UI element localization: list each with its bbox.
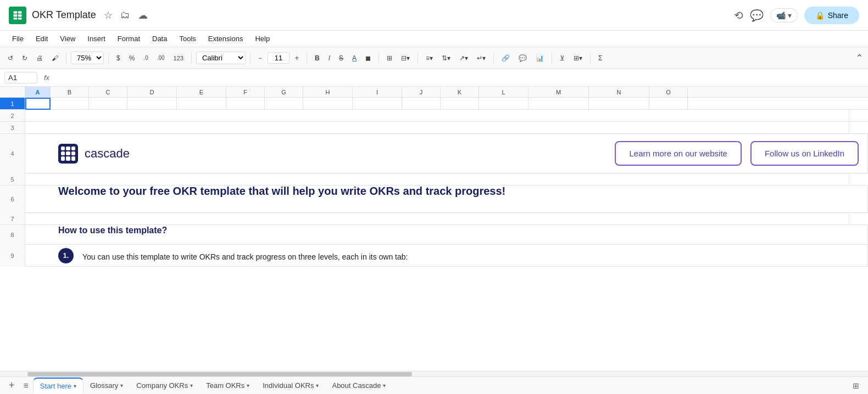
cell-a5[interactable] bbox=[25, 173, 849, 185]
cell-i1[interactable] bbox=[353, 98, 402, 110]
font-size-input[interactable] bbox=[268, 52, 290, 64]
text-rotate-button[interactable]: ↗▾ bbox=[456, 53, 471, 64]
star-icon[interactable]: ☆ bbox=[104, 9, 113, 21]
tab-company-okrs-arrow[interactable]: ▾ bbox=[190, 382, 193, 389]
cell-d1[interactable] bbox=[127, 98, 177, 110]
menu-extensions[interactable]: Extensions bbox=[203, 32, 249, 45]
cell-e1[interactable] bbox=[177, 98, 226, 110]
cell-o1[interactable] bbox=[649, 98, 688, 110]
filter-button[interactable]: ⊻ bbox=[557, 53, 568, 64]
cell-a1[interactable] bbox=[25, 98, 51, 110]
cell-b1[interactable] bbox=[51, 98, 89, 110]
cell-g1[interactable] bbox=[265, 98, 303, 110]
borders-button[interactable]: ⊞ bbox=[383, 53, 396, 64]
chart-button[interactable]: 📊 bbox=[532, 53, 547, 64]
tab-individual-okrs-label: Individual OKRs bbox=[263, 381, 314, 390]
inc-decimals-button[interactable]: .00 bbox=[154, 53, 168, 63]
col-header-a: A bbox=[25, 87, 51, 97]
cell-ref-input[interactable] bbox=[4, 72, 37, 83]
toolbar-collapse-button[interactable]: ⌃ bbox=[855, 52, 864, 64]
tab-glossary[interactable]: Glossary ▾ bbox=[84, 378, 130, 393]
cell-a2[interactable] bbox=[25, 110, 849, 122]
chat-icon[interactable]: 💬 bbox=[750, 9, 764, 22]
sum-button[interactable]: Σ bbox=[595, 53, 605, 64]
currency-button[interactable]: $ bbox=[113, 53, 124, 64]
tab-company-okrs[interactable]: Company OKRs ▾ bbox=[130, 378, 199, 393]
v-align-button[interactable]: ⇅▾ bbox=[438, 53, 454, 64]
cell-a7[interactable] bbox=[25, 213, 849, 225]
cell-m1[interactable] bbox=[528, 98, 589, 110]
fill-color-button[interactable]: ◼ bbox=[362, 53, 374, 64]
tab-individual-okrs-arrow[interactable]: ▾ bbox=[316, 382, 319, 389]
menu-help[interactable]: Help bbox=[249, 32, 275, 45]
menu-file[interactable]: File bbox=[7, 32, 29, 45]
logo-dot bbox=[66, 156, 70, 160]
font-size-increase-button[interactable]: + bbox=[292, 53, 302, 64]
cell-f1[interactable] bbox=[226, 98, 265, 110]
cell-n1[interactable] bbox=[589, 98, 649, 110]
h-align-button[interactable]: ≡▾ bbox=[422, 53, 436, 64]
meet-icon[interactable]: 📹 ▾ bbox=[770, 8, 798, 22]
cell-c1[interactable] bbox=[89, 98, 127, 110]
tab-about-cascade[interactable]: About Cascade ▾ bbox=[325, 378, 392, 393]
menu-tools[interactable]: Tools bbox=[174, 32, 201, 45]
add-sheet-button[interactable]: + bbox=[4, 380, 19, 391]
more-formats-button[interactable]: ⊞▾ bbox=[570, 53, 586, 64]
font-name-select[interactable]: Calibri bbox=[196, 52, 246, 64]
tab-team-okrs[interactable]: Team OKRs ▾ bbox=[199, 378, 256, 393]
linkedin-button[interactable]: Follow us on LinkedIn bbox=[750, 141, 859, 166]
text-color-button[interactable]: A bbox=[349, 53, 360, 64]
merge-button[interactable]: ⊟▾ bbox=[398, 53, 413, 64]
sep2 bbox=[108, 53, 109, 64]
sheets-icon bbox=[9, 7, 26, 24]
menu-insert[interactable]: Insert bbox=[82, 32, 111, 45]
row-num-7: 7 bbox=[0, 213, 25, 224]
cell-j1[interactable] bbox=[402, 98, 441, 110]
formula-input[interactable] bbox=[54, 74, 864, 82]
h-scroll[interactable] bbox=[0, 371, 868, 376]
paint-format-button[interactable]: 🖌 bbox=[48, 53, 62, 64]
tab-about-cascade-arrow[interactable]: ▾ bbox=[383, 382, 386, 389]
dec-decimals-button[interactable]: .0 bbox=[140, 53, 151, 63]
history-icon[interactable]: ⟲ bbox=[734, 9, 743, 22]
zoom-select[interactable]: 75%100%50% bbox=[71, 52, 104, 64]
font-size-decrease-button[interactable]: − bbox=[255, 53, 265, 64]
undo-button[interactable]: ↺ bbox=[4, 53, 16, 64]
col-header-c: C bbox=[89, 87, 127, 97]
redo-button[interactable]: ↻ bbox=[19, 53, 31, 64]
cell-k1[interactable] bbox=[441, 98, 479, 110]
link-button[interactable]: 🔗 bbox=[498, 53, 513, 64]
strikethrough-button[interactable]: S bbox=[336, 53, 347, 64]
menu-data[interactable]: Data bbox=[147, 32, 173, 45]
h-scroll-thumb[interactable] bbox=[27, 372, 412, 376]
doc-title: OKR Template bbox=[32, 9, 96, 21]
format123-button[interactable]: 123 bbox=[170, 53, 187, 63]
menu-format[interactable]: Format bbox=[112, 32, 146, 45]
tab-start-here[interactable]: Start here ▾ bbox=[33, 378, 84, 393]
drive-icon[interactable]: 🗂 bbox=[120, 9, 130, 21]
italic-button[interactable]: I bbox=[325, 53, 333, 64]
sheet-menu-button[interactable]: ≡ bbox=[19, 381, 33, 391]
table-row: 9 1. You can use this template to write … bbox=[0, 245, 868, 267]
table-row: 8 How to use this template? bbox=[0, 225, 868, 245]
menu-edit[interactable]: Edit bbox=[30, 32, 53, 45]
cloud-icon[interactable]: ☁ bbox=[138, 9, 148, 21]
learn-more-button[interactable]: Learn more on our website bbox=[615, 141, 741, 166]
tab-team-okrs-label: Team OKRs bbox=[206, 381, 244, 390]
menu-view[interactable]: View bbox=[54, 32, 81, 45]
cell-h1[interactable] bbox=[303, 98, 353, 110]
bold-button[interactable]: B bbox=[311, 53, 323, 64]
tab-start-here-arrow[interactable]: ▾ bbox=[74, 383, 76, 389]
tab-glossary-arrow[interactable]: ▾ bbox=[120, 382, 123, 389]
percent-button[interactable]: % bbox=[126, 53, 138, 64]
share-button[interactable]: 🔒 Share bbox=[804, 7, 859, 24]
tab-team-okrs-arrow[interactable]: ▾ bbox=[247, 382, 249, 389]
cell-l1[interactable] bbox=[479, 98, 528, 110]
comment-button[interactable]: 💬 bbox=[515, 53, 530, 64]
cell-a3[interactable] bbox=[25, 122, 849, 134]
print-button[interactable]: 🖨 bbox=[33, 53, 46, 64]
text-wrap-button[interactable]: ↵▾ bbox=[474, 53, 489, 64]
explore-button[interactable]: ⊞ bbox=[848, 381, 864, 390]
tab-individual-okrs[interactable]: Individual OKRs ▾ bbox=[256, 378, 325, 393]
sep10 bbox=[590, 53, 591, 64]
